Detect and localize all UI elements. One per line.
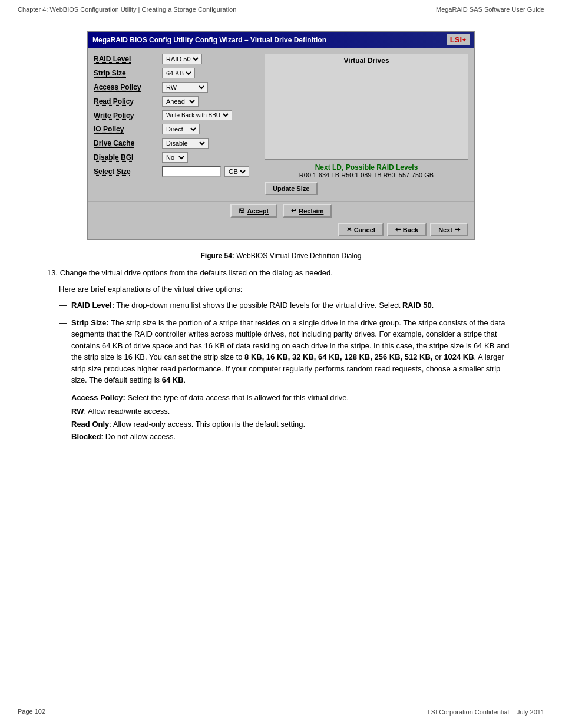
form-row-access-policy: Access Policy RW Read Only Blocked [94, 82, 259, 93]
label-io-policy: IO Policy [94, 125, 158, 133]
access-policy-subitems: RW: Allow read/write access. Read Only: … [71, 406, 515, 443]
back-icon: ⬅ [395, 226, 401, 233]
dash-2: — [59, 317, 67, 386]
intro-text: 13. Change the virtual drive options fro… [47, 267, 515, 279]
select-io-policy[interactable]: Direct Cached [162, 124, 200, 134]
update-size-row: Update Size [265, 182, 468, 195]
next-ld-values: R00:1-634 TB R50:1-089 TB R60: 557-750 G… [265, 172, 468, 179]
bullet-content-1: RAID Level: The drop-down menu list show… [71, 299, 515, 311]
next-icon: ➡ [455, 226, 460, 233]
bullet-content-2: Strip Size: The strip size is the portio… [71, 317, 515, 386]
accept-icon: 🖫 [239, 207, 245, 215]
cancel-label: Cancel [354, 226, 375, 233]
sub-item-readonly: Read Only: Allow read-only access. This … [71, 419, 515, 430]
select-write-policy[interactable]: Write Back with BBU Write Back Write Thr… [162, 110, 232, 120]
bullet-content-3: Access Policy: Select the type of data a… [71, 392, 515, 444]
form-row-write-policy: Write Policy Write Back with BBU Write B… [94, 110, 259, 120]
virtual-drives-title: Virtual Drives [270, 57, 463, 65]
reclaim-button[interactable]: ↩ Reclaim [283, 204, 332, 218]
reclaim-icon: ↩ [291, 207, 296, 215]
form-row-strip-size: Strip Size 64 KB 8 KB 16 KB 32 KB [94, 68, 259, 78]
select-write-policy-input[interactable]: Write Back with BBU Write Back Write Thr… [164, 111, 230, 119]
select-access-policy-input[interactable]: RW Read Only Blocked [164, 83, 206, 91]
cancel-icon: ✕ [346, 226, 352, 233]
bullet-strip-size: — Strip Size: The strip size is the port… [59, 317, 515, 386]
reclaim-label: Reclaim [299, 207, 323, 215]
cancel-button[interactable]: ✕ Cancel [338, 223, 384, 236]
back-label: Back [403, 226, 418, 233]
dialog-title: MegaRAID BIOS Config Utility Config Wiza… [92, 36, 326, 44]
form-row-disable-bgi: Disable BGI No Yes [94, 152, 259, 163]
dialog-box: MegaRAID BIOS Config Utility Config Wiza… [87, 31, 475, 240]
select-drive-cache[interactable]: Disable Enable NoChange [162, 138, 209, 149]
figure-caption: Figure 54: WebBIOS Virtual Drive Definit… [47, 252, 515, 260]
select-drive-cache-input[interactable]: Disable Enable NoChange [164, 139, 207, 147]
size-input[interactable] [162, 166, 221, 177]
label-write-policy: Write Policy [94, 111, 158, 120]
bullet-list: — RAID Level: The drop-down menu list sh… [59, 299, 515, 444]
next-ld-section: Next LD, Possible RAID Levels R00:1-634 … [265, 163, 468, 179]
form-row-io-policy: IO Policy Direct Cached [94, 124, 259, 134]
form-row-read-policy: Read Policy Ahead Normal [94, 96, 259, 107]
select-access-policy[interactable]: RW Read Only Blocked [162, 82, 208, 93]
dialog-logo: LSI ✦ [447, 34, 470, 45]
bullet-text-1: The drop-down menu list shows the possib… [116, 301, 434, 309]
figure-title: WebBIOS Virtual Drive Definition Dialog [236, 252, 361, 260]
select-io-policy-input[interactable]: Direct Cached [164, 125, 198, 133]
label-select-size: Select Size [94, 167, 158, 176]
unit-select[interactable]: GB TB [224, 166, 249, 177]
footer-divider [513, 708, 513, 716]
right-section: Virtual Drives Next LD, Possible RAID Le… [265, 54, 468, 195]
page-footer: Page 102 LSI Corporation Confidential Ju… [0, 702, 562, 722]
select-disable-bgi-input[interactable]: No Yes [164, 153, 186, 162]
dash-3: — [59, 392, 67, 444]
update-size-button[interactable]: Update Size [265, 182, 318, 195]
bullet-label-2: Strip Size: [71, 318, 109, 327]
sub-intro-text: Here are brief explanations of the virtu… [59, 284, 515, 295]
bullet-label-3: Access Policy: [71, 393, 125, 402]
select-strip-size-input[interactable]: 64 KB 8 KB 16 KB 32 KB [164, 69, 193, 77]
label-drive-cache: Drive Cache [94, 139, 158, 147]
form-row-raid-level: RAID Level RAID 50 RAID 0 RAID 1 RAID 5 [94, 54, 259, 64]
dialog-titlebar: MegaRAID BIOS Config Utility Config Wiza… [88, 32, 474, 48]
select-raid-level-input[interactable]: RAID 50 RAID 0 RAID 1 RAID 5 [164, 55, 200, 63]
select-strip-size[interactable]: 64 KB 8 KB 16 KB 32 KB [162, 68, 195, 78]
dialog-wrapper: MegaRAID BIOS Config Utility Config Wiza… [47, 31, 515, 240]
next-button[interactable]: Next ➡ [430, 223, 468, 236]
body-text: 13. Change the virtual drive options fro… [47, 267, 515, 444]
select-read-policy[interactable]: Ahead Normal [162, 96, 199, 107]
page-header: Chapter 4: WebBIOS Configuration Utility… [0, 0, 562, 19]
select-disable-bgi[interactable]: No Yes [162, 152, 188, 163]
sub-item-rw: RW: Allow read/write access. [71, 406, 515, 417]
form-section: RAID Level RAID 50 RAID 0 RAID 1 RAID 5 [94, 54, 259, 195]
update-size-label: Update Size [273, 185, 309, 192]
dialog-accept-reclaim-row: 🖫 Accept ↩ Reclaim [88, 201, 474, 220]
footer-page: Page 102 [18, 708, 45, 716]
next-ld-title: Next LD, Possible RAID Levels [265, 163, 468, 172]
bullet-raid-level: — RAID Level: The drop-down menu list sh… [59, 299, 515, 311]
bullet-text-2: The strip size is the portion of a strip… [71, 318, 510, 385]
form-row-drive-cache: Drive Cache Disable Enable NoChange [94, 138, 259, 149]
header-right: MegaRAID SAS Software User Guide [436, 6, 544, 13]
footer-right: LSI Corporation Confidential July 2011 [428, 708, 544, 716]
dash-1: — [59, 299, 67, 311]
dialog-body: RAID Level RAID 50 RAID 0 RAID 1 RAID 5 [88, 48, 474, 201]
label-disable-bgi: Disable BGI [94, 153, 158, 162]
select-read-policy-input[interactable]: Ahead Normal [164, 97, 197, 106]
accept-button[interactable]: 🖫 Accept [230, 204, 277, 218]
dialog-footer: ✕ Cancel ⬅ Back Next ➡ [88, 220, 474, 239]
sub-item-blocked: Blocked: Do not allow access. [71, 431, 515, 443]
footer-company: LSI Corporation Confidential [428, 709, 509, 716]
select-raid-level[interactable]: RAID 50 RAID 0 RAID 1 RAID 5 [162, 54, 202, 64]
unit-select-input[interactable]: GB TB [226, 167, 247, 176]
footer-date: July 2011 [517, 709, 544, 716]
header-left: Chapter 4: WebBIOS Configuration Utility… [18, 6, 236, 13]
label-raid-level: RAID Level [94, 55, 158, 63]
bullet-access-policy: — Access Policy: Select the type of data… [59, 392, 515, 444]
bullet-text-3: Select the type of data access that is a… [127, 393, 349, 402]
bullet-label-1: RAID Level: [71, 301, 114, 309]
figure-label: Figure 54: [200, 252, 234, 260]
next-label: Next [438, 226, 452, 233]
label-read-policy: Read Policy [94, 97, 158, 106]
back-button[interactable]: ⬅ Back [387, 223, 427, 236]
